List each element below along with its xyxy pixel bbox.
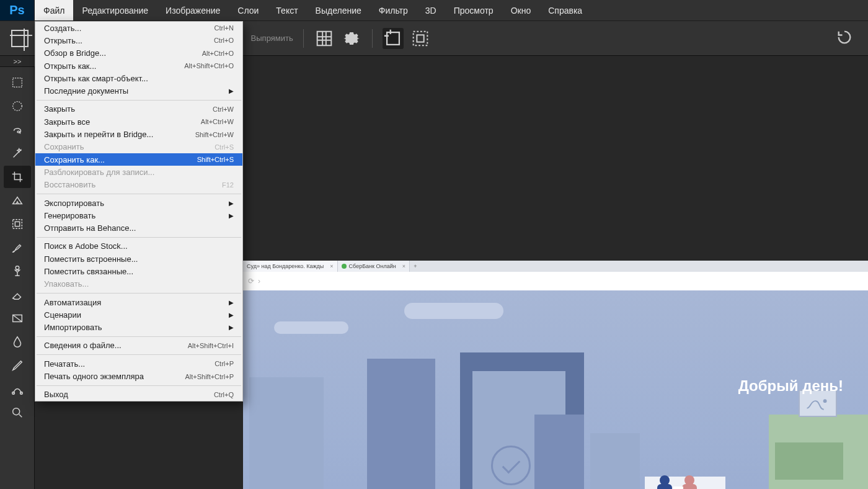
- menu-item[interactable]: Закрыть и перейти в Bridge...Shift+Ctrl+…: [35, 128, 242, 140]
- menu-item[interactable]: ЗакрытьCtrl+W: [35, 103, 242, 115]
- content-aware-icon[interactable]: [410, 28, 431, 49]
- menubar-item-файл[interactable]: Файл: [35, 0, 73, 20]
- settings-icon[interactable]: [341, 28, 362, 49]
- submenu-arrow-icon: ▶: [229, 200, 234, 207]
- menu-separator: [37, 237, 241, 238]
- svg-rect-4: [12, 78, 22, 87]
- menu-item[interactable]: ВыходCtrl+Q: [35, 388, 242, 401]
- person-shape: [682, 484, 697, 489]
- svg-rect-2: [413, 31, 427, 45]
- crop-tool-icon: [11, 30, 29, 47]
- menu-separator: [37, 194, 241, 194]
- blur-tool[interactable]: [4, 331, 31, 353]
- menu-item: СохранитьCtrl+S: [35, 141, 242, 153]
- menu-item[interactable]: Отправить на Behance...: [35, 222, 242, 234]
- menu-item-label: Последние документы: [44, 86, 128, 96]
- menu-item[interactable]: Экспортировать▶: [35, 197, 242, 209]
- submenu-arrow-icon: ▶: [229, 299, 234, 306]
- svg-point-12: [12, 408, 19, 415]
- menu-item-label: Автоматизация: [44, 298, 101, 307]
- submenu-arrow-icon: ▶: [229, 212, 234, 219]
- lasso-tool[interactable]: [4, 119, 31, 141]
- menu-separator: [37, 354, 241, 355]
- menu-item[interactable]: Обзор в Bridge...Alt+Ctrl+O: [35, 47, 242, 60]
- menu-item[interactable]: Поместить встроенные...: [35, 253, 242, 265]
- menu-item-label: Сохранить: [44, 142, 84, 151]
- menubar-item-текст[interactable]: Текст: [267, 0, 306, 20]
- new-tab-button[interactable]: +: [410, 261, 421, 272]
- options-separator: [303, 29, 304, 48]
- building-shape: [367, 359, 435, 489]
- menubar-item-справка[interactable]: Справка: [539, 0, 591, 20]
- svg-rect-1: [387, 32, 399, 45]
- crop-tool[interactable]: [4, 166, 31, 188]
- pen-tool[interactable]: [4, 354, 31, 377]
- menubar-item-окно[interactable]: Окно: [502, 0, 540, 20]
- menu-item[interactable]: Сведения о файле...Alt+Shift+Ctrl+I: [35, 339, 242, 352]
- file-menu: Создать...Ctrl+NОткрыть...Ctrl+OОбзор в …: [35, 21, 243, 402]
- submenu-arrow-icon: ▶: [229, 312, 234, 318]
- menu-item-label: Печать одного экземпляра: [44, 372, 144, 381]
- menubar-item-изображение[interactable]: Изображение: [157, 0, 229, 20]
- delete-cropped-icon[interactable]: [383, 28, 404, 49]
- browser-tab[interactable]: Суд» над Бондаренко. Кажды ×: [243, 261, 338, 272]
- menu-item[interactable]: Печать одного экземпляраAlt+Shift+Ctrl+P: [35, 370, 242, 382]
- magic-wand-tool[interactable]: [4, 142, 31, 164]
- menu-item[interactable]: Автоматизация▶: [35, 296, 242, 308]
- menu-item[interactable]: Поиск в Adobe Stock...: [35, 240, 242, 253]
- menubar-item-слои[interactable]: Слои: [229, 0, 267, 20]
- menu-item[interactable]: Открыть...Ctrl+O: [35, 34, 242, 47]
- menubar-item-просмотр[interactable]: Просмотр: [445, 0, 502, 20]
- path-tool[interactable]: [4, 378, 31, 400]
- menu-item[interactable]: Поместить связанные...: [35, 265, 242, 277]
- favicon-icon: [342, 264, 347, 269]
- menubar-item-фильтр[interactable]: Фильтр: [370, 0, 417, 20]
- cloud-shape: [274, 321, 348, 334]
- grid-overlay-icon[interactable]: [314, 28, 335, 49]
- menu-item-label: Сведения о файле...: [44, 341, 122, 350]
- menu-item[interactable]: Создать...Ctrl+N: [35, 22, 242, 34]
- menu-item[interactable]: Последние документы▶: [35, 84, 242, 97]
- menu-item[interactable]: Открыть как...Alt+Shift+Ctrl+O: [35, 60, 242, 72]
- menu-item-label: Открыть как смарт-объект...: [44, 74, 148, 83]
- menubar-item-3d[interactable]: 3D: [417, 0, 445, 20]
- menu-item-label: Поместить встроенные...: [44, 254, 138, 264]
- browser-address-bar[interactable]: ⟳ ›: [243, 272, 868, 290]
- zoom-tool[interactable]: [4, 402, 31, 424]
- cloud-shape: [404, 303, 503, 319]
- menu-item[interactable]: Открыть как смарт-объект...: [35, 72, 242, 84]
- reset-icon[interactable]: [836, 29, 853, 48]
- menubar-item-редактирование[interactable]: Редактирование: [73, 0, 157, 20]
- menu-item[interactable]: Сохранить как...Shift+Ctrl+S: [35, 153, 242, 166]
- ellipse-marquee-tool[interactable]: [4, 95, 31, 117]
- tools-panel: [0, 67, 35, 489]
- expand-panels-toggle[interactable]: >>: [0, 56, 35, 67]
- close-tab-icon[interactable]: ×: [330, 263, 333, 269]
- menu-item-shortcut: Shift+Ctrl+S: [197, 156, 234, 163]
- menu-item-label: Открыть как...: [44, 61, 96, 71]
- menu-item-label: Разблокировать для записи...: [44, 168, 154, 177]
- frame-tool[interactable]: [4, 213, 31, 235]
- menu-item: Разблокировать для записи...: [35, 166, 242, 178]
- slice-tool[interactable]: [4, 189, 31, 212]
- menu-item-label: Генерировать: [44, 211, 95, 220]
- menu-item[interactable]: Сценарии▶: [35, 308, 242, 321]
- browser-tab[interactable]: СберБанк Онлайн ×: [338, 261, 410, 272]
- menu-item-label: Закрыть: [44, 104, 75, 114]
- menu-item[interactable]: Закрыть всеAlt+Ctrl+W: [35, 115, 242, 128]
- reload-icon[interactable]: ⟳: [248, 277, 254, 285]
- menu-item[interactable]: Импортировать▶: [35, 321, 242, 334]
- gradient-tool[interactable]: [4, 307, 31, 330]
- menu-item[interactable]: Печатать...Ctrl+P: [35, 357, 242, 370]
- svg-rect-6: [12, 220, 22, 229]
- close-tab-icon[interactable]: ×: [402, 263, 405, 269]
- menu-item-label: Восстановить: [44, 180, 95, 189]
- menu-item-shortcut: Ctrl+W: [213, 105, 234, 113]
- menu-separator: [37, 100, 241, 101]
- rect-marquee-tool[interactable]: [4, 71, 31, 94]
- brush-tool[interactable]: [4, 236, 31, 259]
- eraser-tool[interactable]: [4, 284, 31, 306]
- clone-tool[interactable]: [4, 260, 31, 282]
- menubar-item-выделение[interactable]: Выделение: [307, 0, 370, 20]
- menu-item[interactable]: Генерировать▶: [35, 209, 242, 222]
